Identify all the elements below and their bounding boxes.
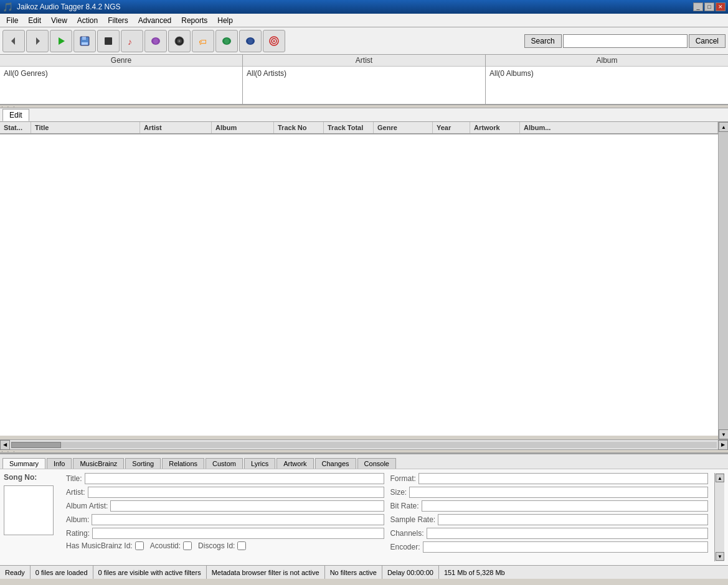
summary-fields: Title: Artist: Album Artist: Album: Rati…: [66, 473, 384, 561]
play-button[interactable]: [50, 30, 72, 52]
scroll-right-arrow[interactable]: ▶: [718, 440, 728, 450]
title-input[interactable]: [85, 473, 384, 484]
status-files-visible: 0 files are visible with active filters: [93, 566, 207, 579]
tab-info[interactable]: Info: [47, 458, 72, 469]
album-content[interactable]: All(0 Albums): [486, 67, 728, 104]
status-metadata-filter: Metadata browser filter is not active: [207, 566, 325, 579]
encoder-row: Encoder:: [390, 541, 709, 553]
edit-tab[interactable]: Edit: [2, 109, 29, 121]
acoustid-checkbox[interactable]: [183, 541, 192, 550]
artist-label: Artist:: [66, 488, 85, 497]
tab-summary[interactable]: Summary: [2, 458, 45, 469]
search-button[interactable]: Search: [524, 34, 562, 48]
tag-button[interactable]: 🏷: [192, 30, 214, 52]
close-button[interactable]: ✕: [716, 2, 726, 11]
title-row: Title:: [66, 473, 384, 484]
menu-action[interactable]: Action: [72, 14, 103, 27]
samplerate-row: Sample Rate:: [390, 514, 709, 525]
artwork-image: [4, 485, 54, 535]
search-input[interactable]: [563, 34, 688, 48]
disc-button[interactable]: [168, 30, 191, 52]
album-header: Album: [486, 55, 728, 67]
bottom-scrollbar[interactable]: ▲ ▼: [714, 473, 724, 561]
menu-advanced[interactable]: Advanced: [133, 14, 176, 27]
maximize-button[interactable]: □: [704, 2, 714, 11]
samplerate-input[interactable]: [438, 514, 708, 525]
svg-marker-1: [36, 37, 40, 45]
album-input[interactable]: [92, 514, 384, 525]
artist-row: Artist:: [66, 487, 384, 498]
music-button[interactable]: ♪: [121, 30, 143, 52]
status-delay: Delay 00:00:00: [382, 566, 439, 579]
svg-marker-0: [11, 37, 15, 45]
col-year: Year: [433, 122, 470, 133]
app-icon: 🎵: [2, 2, 13, 12]
svg-marker-2: [59, 37, 65, 45]
table-header: Stat... Title Artist Album Track No Trac…: [0, 122, 718, 134]
bottom-panel: Summary Info MusicBrainz Sorting Relatio…: [0, 453, 728, 565]
discogs-checkbox[interactable]: [237, 541, 246, 550]
svg-point-11: [179, 40, 181, 42]
col-status: Stat...: [0, 122, 31, 133]
h-scroll-thumb[interactable]: [11, 442, 61, 448]
menu-edit[interactable]: Edit: [23, 14, 46, 27]
rating-row: Rating:: [66, 528, 384, 539]
bottom-scroll-down[interactable]: ▼: [716, 552, 724, 561]
table-scrollbar-horizontal[interactable]: ◀ ▶: [0, 439, 728, 449]
scroll-down-arrow[interactable]: ▼: [719, 429, 728, 439]
artist-content[interactable]: All(0 Artists): [243, 67, 485, 104]
musicbrainz-checkbox[interactable]: [135, 541, 144, 550]
brain3-button[interactable]: [239, 30, 262, 52]
menu-reports[interactable]: Reports: [176, 14, 212, 27]
tab-console[interactable]: Console: [357, 458, 396, 469]
bitrate-input[interactable]: [422, 500, 708, 512]
size-input[interactable]: [409, 487, 708, 498]
forward-button[interactable]: [26, 30, 49, 52]
size-label: Size:: [390, 488, 407, 497]
menu-help[interactable]: Help: [212, 14, 238, 27]
target-button[interactable]: [263, 30, 285, 52]
minimize-button[interactable]: _: [693, 2, 703, 11]
col-genre: Genre: [374, 122, 433, 133]
encoder-label: Encoder:: [390, 543, 420, 551]
col-title: Title: [31, 122, 140, 133]
cancel-button[interactable]: Cancel: [689, 34, 726, 48]
tab-changes[interactable]: Changes: [315, 458, 356, 469]
col-albumx: Album...: [520, 122, 718, 133]
has-musicbrainz-label: Has MusicBrainz Id:: [66, 541, 133, 550]
col-album: Album: [212, 122, 274, 133]
channels-input[interactable]: [427, 528, 708, 539]
table-body[interactable]: [0, 134, 718, 436]
encoder-input[interactable]: [423, 541, 708, 553]
brain-button[interactable]: [144, 30, 167, 52]
tab-sorting[interactable]: Sorting: [125, 458, 161, 469]
menu-view[interactable]: View: [46, 14, 72, 27]
summary-right: Format: Size: Bit Rate: Sample Rate: Cha…: [390, 473, 709, 561]
menu-file[interactable]: File: [1, 14, 23, 27]
tab-relations[interactable]: Relations: [162, 458, 204, 469]
stop-button[interactable]: [97, 30, 120, 52]
tab-artwork[interactable]: Artwork: [277, 458, 313, 469]
genre-panel: Genre All(0 Genres): [0, 55, 243, 104]
album-artist-input[interactable]: [110, 500, 384, 512]
bitrate-label: Bit Rate:: [390, 502, 419, 510]
rating-input[interactable]: [92, 528, 384, 539]
artist-input[interactable]: [88, 487, 384, 498]
album-row: Album:: [66, 514, 384, 525]
menu-filters[interactable]: Filters: [103, 14, 133, 27]
save-button[interactable]: [73, 30, 96, 52]
tab-custom[interactable]: Custom: [206, 458, 243, 469]
col-tracktotal: Track Total: [324, 122, 374, 133]
brain2-button[interactable]: [215, 30, 238, 52]
format-input[interactable]: [418, 473, 708, 484]
scroll-track[interactable]: [719, 132, 728, 429]
tab-musicbrainz[interactable]: MusicBrainz: [73, 458, 124, 469]
scroll-up-arrow[interactable]: ▲: [719, 122, 728, 132]
tab-lyrics[interactable]: Lyrics: [244, 458, 275, 469]
genre-content[interactable]: All(0 Genres): [0, 67, 242, 104]
h-scroll-track[interactable]: [11, 442, 717, 448]
bottom-scroll-up[interactable]: ▲: [716, 474, 724, 482]
back-button[interactable]: [2, 30, 25, 52]
col-artwork: Artwork: [470, 122, 520, 133]
table-scrollbar-vertical[interactable]: ▲ ▼: [718, 122, 728, 439]
